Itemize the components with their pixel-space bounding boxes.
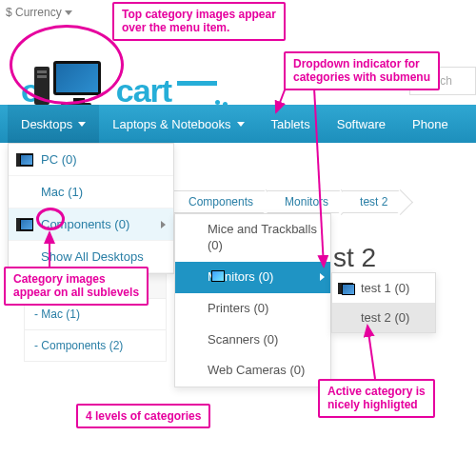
menu-item-components[interactable]: Components (0) bbox=[9, 208, 173, 241]
dropdown-level2: Mice and Trackballs (0) Monitors (0) Pri… bbox=[174, 213, 331, 387]
chevron-right-icon bbox=[161, 221, 166, 228]
menu-item-mac[interactable]: Mac (1) bbox=[9, 176, 173, 208]
callout-top: Top category images appear over the menu… bbox=[112, 2, 286, 41]
menu-item-printers[interactable]: Printers (0) bbox=[175, 293, 330, 325]
callout-left: Category images appear on all sublevels bbox=[4, 267, 149, 306]
nav-item-phones[interactable]: Phone bbox=[399, 105, 462, 143]
dropdown-level1: PC (0) Mac (1) Components (0) Show All D… bbox=[8, 143, 174, 274]
nav-item-software[interactable]: Software bbox=[324, 105, 399, 143]
page-title: st 2 bbox=[333, 243, 376, 273]
menu-item-scanners[interactable]: Scanners (0) bbox=[175, 325, 330, 356]
currency-selector[interactable]: $ Currency bbox=[6, 6, 72, 19]
svg-line-4 bbox=[367, 326, 375, 379]
caret-down-icon bbox=[65, 10, 72, 15]
menu-item-monitors[interactable]: Monitors (0) bbox=[175, 262, 330, 293]
chevron-down-icon bbox=[237, 122, 245, 127]
cart-swoosh-icon bbox=[177, 81, 217, 102]
nav-item-laptops[interactable]: Laptops & Notebooks bbox=[99, 105, 257, 143]
main-nav: Desktops Laptops & Notebooks Tablets Sof… bbox=[0, 105, 476, 143]
nav-item-tablets[interactable]: Tablets bbox=[258, 105, 324, 143]
callout-bottom-left: 4 levels of categories bbox=[76, 404, 210, 428]
dropdown-level3: test 1 (0) test 2 (0) bbox=[331, 272, 436, 333]
nav-item-desktops[interactable]: Desktops bbox=[8, 105, 99, 143]
currency-label: $ Currency bbox=[6, 6, 62, 19]
callout-right: Dropdown indicator for categories with s… bbox=[284, 51, 440, 90]
pc-icon bbox=[16, 218, 33, 231]
breadcrumb-seg[interactable]: Components bbox=[171, 190, 268, 213]
menu-item-mice[interactable]: Mice and Trackballs (0) bbox=[175, 214, 330, 262]
pc-icon bbox=[16, 153, 33, 167]
menu-item-pc[interactable]: PC (0) bbox=[9, 144, 173, 176]
menu-item-test2[interactable]: test 2 (0) bbox=[332, 303, 435, 332]
chevron-right-icon bbox=[320, 273, 325, 281]
menu-item-webcams[interactable]: Web Cameras (0) bbox=[175, 355, 330, 387]
pc-icon bbox=[338, 283, 353, 294]
menu-item-test1[interactable]: test 1 (0) bbox=[332, 273, 435, 303]
annotation-ellipse-subicon bbox=[36, 208, 65, 230]
chevron-down-icon bbox=[78, 122, 86, 127]
breadcrumb-seg[interactable]: test 2 bbox=[343, 190, 402, 213]
side-item[interactable]: - Components (2) bbox=[24, 330, 167, 362]
callout-bottom-right: Active category is nicely highligted bbox=[318, 379, 435, 418]
annotation-ellipse-logo bbox=[10, 25, 124, 105]
breadcrumb-seg[interactable]: Monitors bbox=[268, 190, 343, 213]
breadcrumb: Components Monitors test 2 bbox=[171, 190, 402, 213]
